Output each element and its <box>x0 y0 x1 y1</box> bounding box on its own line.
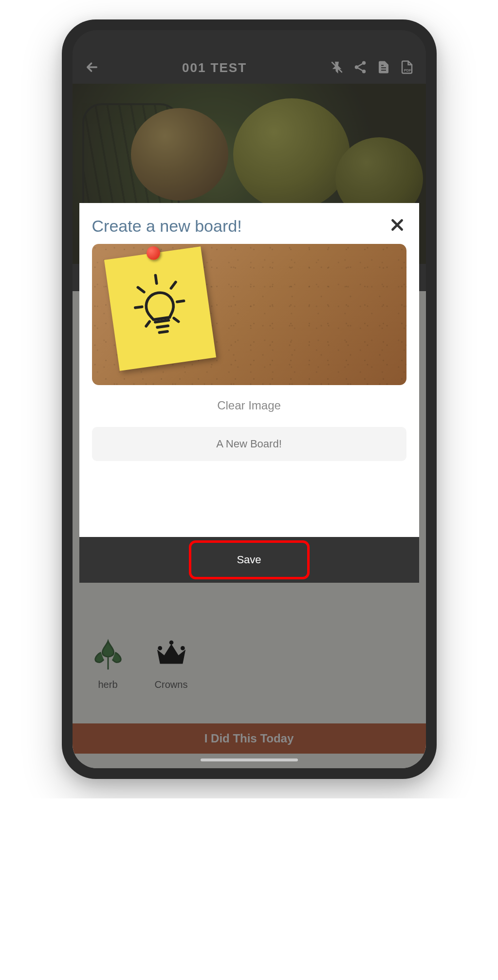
device-frame: 001 TEST PDF <box>62 19 437 779</box>
close-icon <box>388 216 406 234</box>
board-name-input[interactable] <box>92 427 406 461</box>
modal-body: Create a new board! <box>79 203 419 537</box>
modal-title: Create a new board! <box>92 217 242 236</box>
modal-footer: Save <box>79 537 419 583</box>
create-board-modal: Create a new board! <box>79 203 419 583</box>
lightbulb-icon <box>120 262 200 355</box>
device-screen: 001 TEST PDF <box>73 30 426 768</box>
sticky-note <box>104 246 216 371</box>
board-image-picker[interactable] <box>92 244 406 385</box>
home-indicator[interactable] <box>201 758 298 761</box>
close-button[interactable] <box>388 216 406 236</box>
save-button[interactable]: Save <box>192 545 307 575</box>
clear-image-button[interactable]: Clear Image <box>92 399 406 412</box>
